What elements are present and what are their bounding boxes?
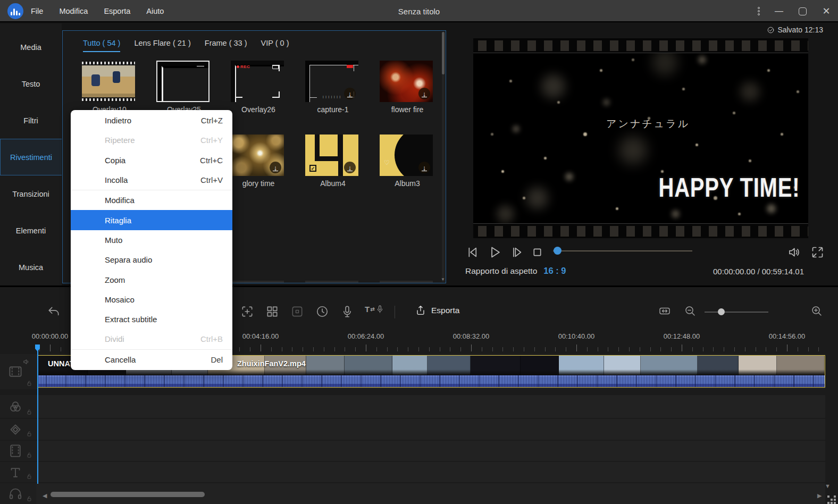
- ruler-tick: [808, 347, 809, 351]
- download-icon[interactable]: ↓: [418, 162, 430, 173]
- sidebar-item-rivestimenti[interactable]: Rivestimenti: [0, 139, 62, 175]
- tab-0[interactable]: Tutto ( 54 ): [83, 39, 120, 52]
- context-menu-item-separa-audio[interactable]: Separa audio: [71, 250, 232, 270]
- context-menu-item-muto[interactable]: Muto: [71, 230, 232, 250]
- thumbnail-goldbokeh[interactable]: ↓: [231, 135, 284, 176]
- library-scrollbar[interactable]: ▼: [442, 32, 445, 282]
- close-button[interactable]: ✕: [817, 0, 836, 22]
- menu-esporta[interactable]: Esporta: [104, 7, 130, 15]
- previous-frame-button[interactable]: [465, 243, 480, 261]
- stop-button[interactable]: [530, 243, 544, 261]
- volume-icon[interactable]: [787, 243, 802, 261]
- timeline-zoom-slider[interactable]: [705, 312, 768, 313]
- timeline-zoom-knob[interactable]: [718, 308, 725, 315]
- lock-track-icon[interactable]: [26, 430, 33, 438]
- ruler-label: 00:12:48.00: [664, 332, 700, 340]
- sidebar: MediaTestoFiltriRivestimentiTransizioniE…: [0, 23, 62, 285]
- zoom-in-icon[interactable]: [810, 305, 823, 320]
- context-menu-item-cancella[interactable]: CancellaDel: [71, 350, 232, 369]
- mosaic-tool-icon[interactable]: [265, 305, 279, 321]
- sidebar-item-musica[interactable]: Musica: [0, 249, 62, 285]
- lock-track-icon[interactable]: [26, 380, 33, 387]
- saved-check-icon: [767, 26, 775, 34]
- thumbnail-capture[interactable]: | | | | | | |↓: [305, 61, 358, 102]
- library-item-album4[interactable]: ✓↓Album4: [305, 135, 361, 188]
- text-track-icon: [7, 464, 23, 480]
- lock-track-icon[interactable]: [26, 495, 33, 502]
- export-button[interactable]: Esporta: [415, 305, 459, 316]
- play-button[interactable]: [487, 243, 502, 261]
- text-to-speech-icon[interactable]: T⇄: [365, 305, 384, 314]
- hscroll-right-icon[interactable]: ▶: [817, 492, 822, 499]
- ruler-tick: [239, 347, 240, 351]
- context-menu-item-modifica[interactable]: Modifica: [71, 190, 232, 210]
- menu-modifica[interactable]: Modifica: [59, 7, 88, 15]
- sidebar-item-testo[interactable]: Testo: [0, 65, 62, 102]
- thumbnail-viewfinder2[interactable]: REC: [231, 61, 284, 102]
- thumbnail-beach[interactable]: [82, 61, 135, 102]
- sidebar-item-elementi[interactable]: Elementi: [0, 212, 62, 249]
- lock-track-icon[interactable]: [26, 408, 33, 416]
- ruler-tick: [345, 347, 345, 351]
- horizontal-scrollbar[interactable]: [51, 492, 205, 497]
- ruler-tick: [429, 347, 430, 351]
- library-item-glory-time[interactable]: ↓glory time: [231, 135, 286, 188]
- vscroll-down-icon[interactable]: ▼: [825, 483, 831, 489]
- ruler-tick: [555, 347, 556, 351]
- sidebar-item-media[interactable]: Media: [0, 29, 62, 65]
- download-icon[interactable]: ↓: [270, 162, 281, 173]
- sidebar-item-transizioni[interactable]: Transizioni: [0, 175, 62, 212]
- resize-grip[interactable]: [827, 495, 829, 498]
- undo-button[interactable]: [47, 305, 61, 321]
- sidebar-item-filtri[interactable]: Filtri: [0, 102, 62, 139]
- context-menu-item-copia[interactable]: CopiaCtrl+C: [71, 150, 232, 170]
- download-icon[interactable]: ↓: [344, 88, 356, 99]
- thumbnail-album4[interactable]: ✓↓: [305, 135, 358, 176]
- thumbnail-album3[interactable]: ♡↓: [380, 135, 433, 176]
- download-icon[interactable]: ↓: [344, 162, 356, 173]
- menu-aiuto[interactable]: Aiuto: [146, 7, 164, 15]
- lock-track-icon[interactable]: [26, 451, 33, 459]
- fit-timeline-icon[interactable]: [658, 305, 671, 320]
- scroll-down-icon[interactable]: ▼: [441, 277, 445, 282]
- context-menu-item-ritaglia[interactable]: Ritaglia: [71, 210, 232, 230]
- fullscreen-icon[interactable]: [810, 243, 825, 261]
- more-menu-icon[interactable]: [751, 0, 767, 22]
- thumbnail-fireworks[interactable]: ↓: [380, 61, 433, 102]
- mute-track-icon[interactable]: [22, 357, 31, 366]
- seek-bar[interactable]: [553, 250, 692, 251]
- menu-file[interactable]: File: [31, 7, 43, 15]
- context-menu-item-incolla[interactable]: IncollaCtrl+V: [71, 170, 232, 190]
- library-item-overlay25[interactable]: Overlay25: [156, 61, 212, 114]
- playhead[interactable]: [37, 345, 38, 484]
- minimize-button[interactable]: —: [770, 0, 788, 22]
- context-menu-item-zoom[interactable]: Zoom: [71, 270, 232, 289]
- duration-tool-icon[interactable]: [315, 305, 329, 321]
- lock-track-icon[interactable]: [26, 473, 33, 480]
- context-menu-item-extract-subtitle[interactable]: Extract subtitle: [71, 309, 232, 329]
- aspect-ratio-value[interactable]: 16 : 9: [543, 266, 566, 276]
- seek-knob[interactable]: [554, 247, 562, 255]
- library-item-flower-fire[interactable]: ↓flower fire: [380, 61, 435, 114]
- crop-tool-icon[interactable]: [240, 305, 254, 321]
- download-icon[interactable]: ↓: [418, 88, 430, 99]
- library-item-overlay10[interactable]: Overlay10: [82, 61, 137, 114]
- next-frame-button[interactable]: [509, 243, 524, 261]
- tab-1[interactable]: Lens Flare ( 21 ): [134, 39, 190, 52]
- zoom-out-icon[interactable]: [684, 305, 697, 320]
- tab-2[interactable]: Frame ( 33 ): [205, 39, 247, 52]
- context-menu-item-mosaico[interactable]: Mosaico: [71, 290, 232, 309]
- maximize-button[interactable]: [793, 0, 811, 22]
- library-item-capture-1[interactable]: | | | | | | |↓capture-1: [305, 61, 361, 114]
- context-menu-item-indietro[interactable]: IndietroCtrl+Z: [71, 111, 232, 130]
- ruler-label: 00:04:16.00: [242, 332, 279, 340]
- tab-3[interactable]: VIP ( 0 ): [261, 39, 289, 52]
- library-item-overlay26[interactable]: RECOverlay26: [231, 61, 286, 114]
- library-item-album3[interactable]: ♡↓Album3: [380, 135, 435, 188]
- freeze-frame-icon[interactable]: [290, 305, 304, 321]
- hscroll-left-icon[interactable]: ◀: [43, 492, 47, 499]
- library-tabs: Tutto ( 54 )Lens Flare ( 21 )Frame ( 33 …: [83, 39, 289, 52]
- thumbnail-viewfinder[interactable]: [156, 61, 210, 102]
- record-voiceover-icon[interactable]: [340, 305, 354, 321]
- ruler-tick: [355, 347, 356, 351]
